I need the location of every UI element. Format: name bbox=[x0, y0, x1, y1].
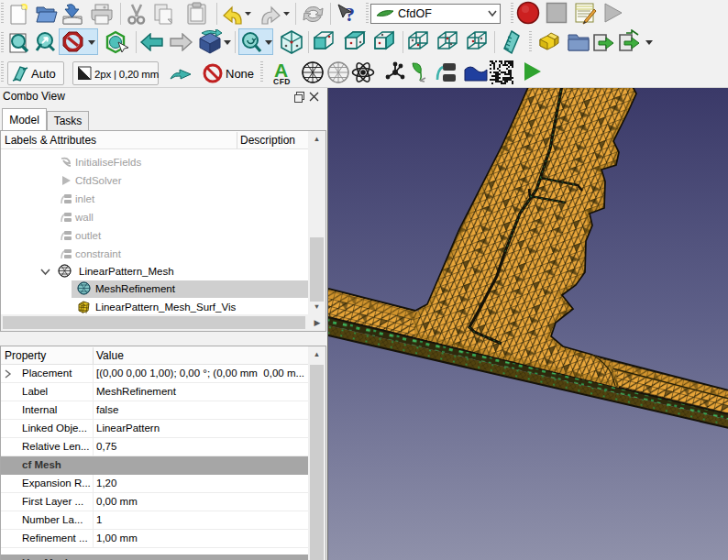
svg-text:?: ? bbox=[345, 3, 355, 26]
svg-text:CFD: CFD bbox=[273, 77, 291, 85]
